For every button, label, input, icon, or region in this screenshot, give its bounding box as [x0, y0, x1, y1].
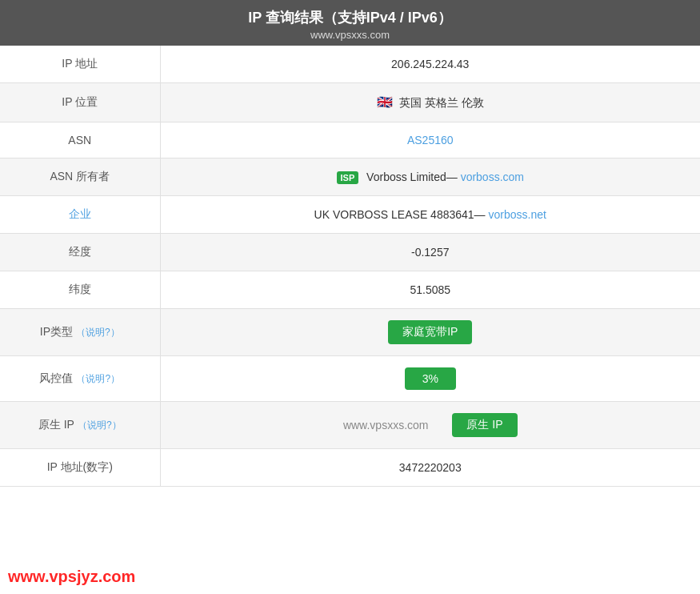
native-ip-button-9[interactable]: 原生 IP [452, 413, 517, 437]
row-value-1: 🇬🇧 英国 英格兰 伦敦 [160, 83, 700, 122]
row-value-0: 206.245.224.43 [160, 46, 700, 83]
row-label-2: ASN [0, 122, 160, 159]
explain-link-8[interactable]: （说明?） [76, 373, 120, 384]
ip-info-table: IP 地址206.245.224.43IP 位置🇬🇧 英国 英格兰 伦敦ASNA… [0, 46, 700, 487]
value-text-0: 206.245.224.43 [391, 58, 469, 70]
flag-icon-1: 🇬🇧 [377, 95, 396, 109]
value-text-5: -0.1257 [411, 246, 449, 259]
row-value-2: AS25160 [160, 122, 700, 159]
row-label-5: 经度 [0, 234, 160, 271]
page-title: IP 查询结果（支持IPv4 / IPv6） [0, 8, 700, 27]
row-label-4[interactable]: 企业 [0, 196, 160, 234]
row-label-7: IP类型（说明?） [0, 309, 160, 356]
label-text-7: IP类型 [40, 325, 73, 338]
explain-link-9[interactable]: （说明?） [78, 419, 122, 431]
value-text-6: 51.5085 [410, 283, 450, 296]
label-link-4[interactable]: 企业 [69, 207, 91, 220]
value-text-10: 3472220203 [399, 461, 462, 474]
row-label-8: 风控值（说明?） [0, 356, 160, 402]
enterprise-name-4: UK VORBOSS LEASE 4883641— [314, 208, 489, 221]
ip-type-button-7[interactable]: 家庭宽带IP [388, 320, 472, 344]
row-label-0: IP 地址 [0, 46, 160, 83]
label-text-8: 风控值 [39, 371, 73, 384]
row-value-7: 家庭宽带IP [160, 309, 700, 356]
row-label-6: 纬度 [0, 271, 160, 309]
row-value-6: 51.5085 [160, 271, 700, 309]
risk-badge-8: 3% [405, 367, 456, 390]
value-text-1: 英国 英格兰 伦敦 [399, 96, 484, 109]
row-label-3: ASN 所有者 [0, 159, 160, 196]
native-ip-side-text-9: www.vpsxxs.com [343, 419, 429, 431]
row-label-9: 原生 IP（说明?） [0, 402, 160, 449]
row-value-3: ISP Vorboss Limited— vorboss.com [160, 159, 700, 196]
page-subtitle: www.vpsxxs.com [0, 29, 700, 41]
row-value-5: -0.1257 [160, 234, 700, 271]
row-value-8: 3% [160, 356, 700, 402]
isp-badge-3: ISP [337, 171, 359, 184]
row-value-10: 3472220203 [160, 449, 700, 487]
isp-link-3[interactable]: vorboss.com [461, 171, 524, 183]
enterprise-link-4[interactable]: vorboss.net [489, 208, 546, 221]
label-text-9: 原生 IP [38, 418, 74, 431]
header: IP 查询结果（支持IPv4 / IPv6） www.vpsxxs.com [0, 0, 700, 46]
isp-name-3: Vorboss Limited— [363, 171, 460, 183]
row-label-10: IP 地址(数字) [0, 449, 160, 487]
row-value-4: UK VORBOSS LEASE 4883641— vorboss.net [160, 196, 700, 234]
row-value-9: www.vpsxxs.com原生 IP [161, 402, 701, 448]
asn-link-2[interactable]: AS25160 [407, 134, 454, 146]
row-label-1: IP 位置 [0, 83, 160, 122]
explain-link-7[interactable]: （说明?） [76, 327, 120, 338]
